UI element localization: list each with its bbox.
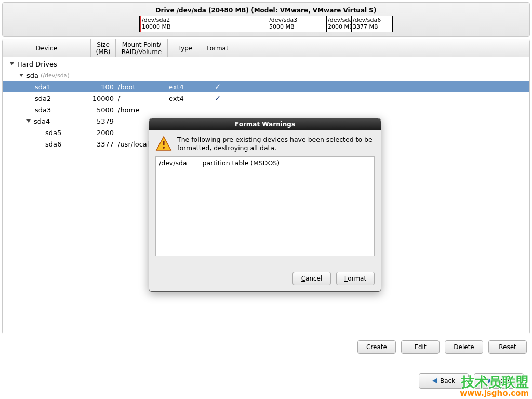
- table-row[interactable]: sda210000/ext4✓: [3, 92, 529, 104]
- col-format[interactable]: Format: [203, 39, 232, 57]
- partition-type: ext4: [168, 95, 203, 102]
- partition-type: ext4: [168, 83, 203, 91]
- table-row[interactable]: sda1100/bootext4✓: [3, 81, 529, 92]
- arrow-right-icon: [488, 378, 493, 383]
- edit-button[interactable]: Edit: [401, 340, 440, 354]
- watermark-url: www.jsgho.com: [460, 389, 529, 398]
- partition-size: 10000: [91, 95, 116, 102]
- dialog-device-list[interactable]: /dev/sda partition table (MSDOS): [155, 156, 375, 256]
- reset-button[interactable]: Reset: [488, 340, 527, 354]
- drive-segment[interactable]: /dev/sda2000 MB: [327, 16, 352, 32]
- partition-name: sda6: [45, 140, 61, 148]
- col-device[interactable]: Device: [3, 39, 91, 57]
- drive-segment[interactable]: /dev/sda210000 MB: [140, 16, 268, 32]
- device-name: /dev/sda: [159, 159, 187, 167]
- partition-size: 5379: [91, 117, 116, 125]
- svg-rect-1: [163, 141, 164, 145]
- drive-map: /dev/sda210000 MB/dev/sda35000 MB/dev/sd…: [139, 16, 393, 32]
- create-button[interactable]: Create: [357, 340, 396, 354]
- chevron-down-icon: [26, 119, 31, 123]
- partition-mount: /boot: [116, 83, 168, 91]
- format-warnings-dialog: Format Warnings The following pre-existi…: [149, 118, 381, 292]
- partition-name: sda1: [35, 83, 51, 91]
- tree-root-label: Hard Drives: [17, 60, 57, 68]
- partition-size: 5000: [91, 106, 116, 114]
- tree-disk-path: (/dev/sda): [41, 72, 70, 79]
- tree-disk[interactable]: sda (/dev/sda): [3, 70, 529, 81]
- list-item[interactable]: /dev/sda partition table (MSDOS): [159, 159, 371, 167]
- dialog-message: The following pre-existing devices have …: [177, 136, 375, 152]
- partition-name: sda2: [35, 95, 51, 102]
- next-button[interactable]: Next: [474, 373, 524, 389]
- col-size[interactable]: Size(MB): [91, 39, 116, 57]
- back-button[interactable]: Back: [419, 373, 469, 389]
- tree-disk-label: sda: [26, 72, 38, 79]
- cancel-button[interactable]: Cancel: [292, 272, 331, 285]
- col-mount[interactable]: Mount Point/RAID/Volume: [116, 39, 168, 57]
- device-detail: partition table (MSDOS): [203, 159, 280, 167]
- dialog-title: Format Warnings: [149, 118, 381, 130]
- chevron-down-icon: [10, 62, 14, 65]
- partition-name: sda5: [45, 129, 61, 137]
- drive-segment[interactable]: /dev/sda63377 MB: [352, 16, 392, 32]
- partition-size: 3377: [91, 140, 116, 148]
- column-headers: Device Size(MB) Mount Point/RAID/Volume …: [3, 39, 529, 57]
- partition-name: sda3: [35, 106, 51, 114]
- tree-root[interactable]: Hard Drives: [3, 58, 529, 70]
- arrow-left-icon: [432, 378, 437, 383]
- drive-header-panel: Drive /dev/sda (20480 MB) (Model: VMware…: [2, 2, 530, 37]
- partition-name: sda4: [34, 117, 50, 125]
- warning-icon: [155, 136, 172, 152]
- partition-size: 100: [91, 83, 116, 91]
- svg-point-2: [163, 147, 165, 149]
- drive-segment[interactable]: /dev/sda35000 MB: [268, 16, 327, 32]
- partition-size: 2000: [91, 129, 116, 137]
- chevron-down-icon: [19, 74, 23, 77]
- wizard-nav: Back Next: [419, 373, 524, 389]
- partition-actions: Create Edit Delete Reset: [0, 336, 532, 356]
- drive-title: Drive /dev/sda (20480 MB) (Model: VMware…: [156, 7, 377, 14]
- partition-mount: /: [116, 95, 168, 102]
- table-row[interactable]: sda35000/home: [3, 104, 529, 115]
- col-type[interactable]: Type: [168, 39, 203, 57]
- delete-button[interactable]: Delete: [445, 340, 483, 354]
- partition-mount: /home: [116, 106, 168, 114]
- partition-format-flag: ✓: [203, 82, 232, 91]
- partition-format-flag: ✓: [203, 94, 232, 103]
- format-button[interactable]: Format: [336, 272, 375, 285]
